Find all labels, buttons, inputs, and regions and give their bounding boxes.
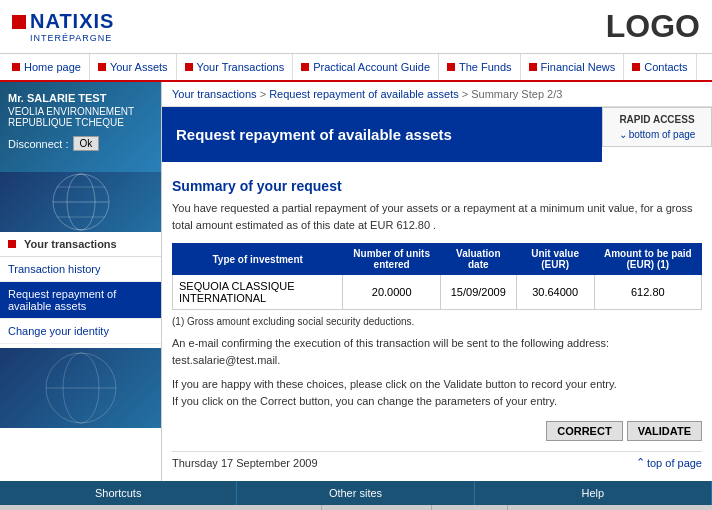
email-notice: An e-mail confirming the execution of th… [172, 335, 702, 368]
footer-bottom: Legal disclaimers Technical FAQs Glossar… [0, 505, 712, 510]
action-buttons: CORRECT VALIDATE [172, 421, 702, 441]
nav-dot-icon [301, 63, 309, 71]
logo-left: NATIXIS INTERÉPARGNE [12, 10, 114, 43]
disconnect-label: Disconnect : [8, 138, 69, 150]
nav-assets[interactable]: Your Assets [90, 54, 177, 80]
brand-name: NATIXIS [30, 10, 114, 33]
summary-text: You have requested a partial repayment o… [172, 200, 702, 233]
brand-square-icon [12, 15, 26, 29]
footer-other-sites[interactable]: Other sites [237, 481, 474, 505]
footer-help[interactable]: Help [475, 481, 712, 505]
row-type: SEQUOIA CLASSIQUE INTERNATIONAL [173, 275, 343, 310]
section-title: Summary of your request [172, 178, 702, 194]
nav-dot-icon [12, 63, 20, 71]
choices-notice: If you are happy with these choices, ple… [172, 376, 702, 409]
rapid-access-box: RAPID ACCESS ⌄ bottom of page [602, 107, 712, 147]
date-text: Thursday 17 September 2009 [172, 457, 318, 469]
sidebar-user-info: Mr. SALARIE TEST VEOLIA ENVIRONNEMENT RE… [0, 82, 161, 172]
nav-funds[interactable]: The Funds [439, 54, 521, 80]
sidebar-globe-decoration [0, 172, 161, 232]
footer-shortcuts[interactable]: Shortcuts [0, 481, 237, 505]
user-company1: VEOLIA ENVIRONNEMENT [8, 106, 153, 117]
nav-bar: Home page Your Assets Your Transactions … [0, 54, 712, 82]
row-date: 15/09/2009 [440, 275, 516, 310]
nav-contacts[interactable]: Contacts [624, 54, 696, 80]
footer-faqs[interactable]: Technical FAQs [322, 505, 431, 510]
row-units: 20.0000 [343, 275, 441, 310]
sidebar: Mr. SALARIE TEST VEOLIA ENVIRONNEMENT RE… [0, 82, 162, 481]
user-name: Mr. SALARIE TEST [8, 92, 153, 104]
breadcrumb-part1[interactable]: Your transactions [172, 88, 257, 100]
table-row: SEQUOIA CLASSIQUE INTERNATIONAL 20.0000 … [173, 275, 702, 310]
correct-button[interactable]: CORRECT [546, 421, 622, 441]
investment-table: Type of investment Number of units enter… [172, 243, 702, 310]
breadcrumb: Your transactions > Request repayment of… [162, 82, 712, 107]
row-amount: 612.80 [594, 275, 701, 310]
rapid-access-title: RAPID ACCESS [613, 114, 701, 125]
nav-financial-news[interactable]: Financial News [521, 54, 625, 80]
sidebar-dot-icon [8, 240, 16, 248]
row-unit-value: 30.64000 [516, 275, 594, 310]
globe-svg [0, 172, 161, 232]
chevron-up-icon: ⌃ [636, 456, 645, 469]
sidebar-item-transaction-history[interactable]: Transaction history [0, 257, 161, 282]
ok-button[interactable]: Ok [73, 136, 100, 151]
rapid-access-link[interactable]: ⌄ bottom of page [613, 129, 701, 140]
nav-dot-icon [98, 63, 106, 71]
nav-dot-icon [447, 63, 455, 71]
top-of-page-link[interactable]: ⌃ top of page [636, 456, 702, 469]
nav-dot-icon [185, 63, 193, 71]
col-type: Type of investment [173, 244, 343, 275]
user-company2: REPUBLIQUE TCHEQUE [8, 117, 153, 128]
breadcrumb-part2[interactable]: Request repayment of available assets [269, 88, 459, 100]
brand-sub: INTERÉPARGNE [30, 33, 112, 43]
nav-transactions[interactable]: Your Transactions [177, 54, 294, 80]
chevron-down-icon: ⌄ [619, 129, 627, 140]
validate-button[interactable]: VALIDATE [627, 421, 702, 441]
nav-guide[interactable]: Practical Account Guide [293, 54, 439, 80]
footer-legal[interactable]: Legal disclaimers [204, 505, 322, 510]
nav-dot-icon [529, 63, 537, 71]
sidebar-bottom-decoration [0, 348, 161, 428]
logo-right: LOGO [606, 8, 700, 45]
main-layout: Mr. SALARIE TEST VEOLIA ENVIRONNEMENT RE… [0, 82, 712, 481]
content-header: Request repayment of available assets RA… [162, 107, 712, 162]
sidebar-item-repayment[interactable]: Request repayment of available assets [0, 282, 161, 319]
breadcrumb-part3: Summary Step 2/3 [471, 88, 562, 100]
content-body: Summary of your request You have request… [162, 162, 712, 481]
content-area: Your transactions > Request repayment of… [162, 82, 712, 481]
page-title: Request repayment of available assets [162, 107, 602, 162]
sidebar-section-title: Your transactions [0, 232, 161, 257]
col-unit-value: Unit value (EUR) [516, 244, 594, 275]
col-amount: Amount to be paid (EUR) (1) [594, 244, 701, 275]
footer-top: Shortcuts Other sites Help [0, 481, 712, 505]
sidebar-bottom-svg [0, 348, 162, 428]
footer-glossary[interactable]: Glossary [432, 505, 508, 510]
nav-home[interactable]: Home page [4, 54, 90, 80]
table-note: (1) Gross amount excluding social securi… [172, 316, 702, 327]
nav-dot-icon [632, 63, 640, 71]
col-date: Valuation date [440, 244, 516, 275]
date-line: Thursday 17 September 2009 ⌃ top of page [172, 451, 702, 473]
header: NATIXIS INTERÉPARGNE LOGO [0, 0, 712, 54]
col-units: Number of units entered [343, 244, 441, 275]
disconnect-row: Disconnect : Ok [8, 136, 153, 151]
sidebar-item-change-identity[interactable]: Change your identity [0, 319, 161, 344]
